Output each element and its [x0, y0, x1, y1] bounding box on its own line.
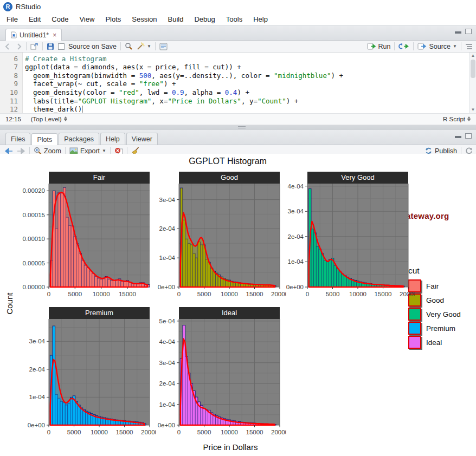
svg-text:20000: 20000 [141, 429, 156, 435]
svg-text:4e-04: 4e-04 [159, 338, 176, 345]
cursor-position: 12:15 [5, 116, 21, 122]
back-icon[interactable] [4, 43, 11, 50]
facet-ideal: Ideal050001000015000200000e+001e-042e-04… [155, 307, 286, 440]
svg-text:1e-04: 1e-04 [159, 255, 176, 261]
rerun-icon[interactable] [398, 43, 409, 50]
svg-text:5000: 5000 [197, 429, 211, 435]
svg-text:1e-04: 1e-04 [29, 394, 46, 400]
source-on-save-checkbox[interactable] [58, 43, 65, 50]
menu-debug[interactable]: Debug [189, 14, 220, 24]
minimize-pane-icon[interactable] [455, 29, 461, 34]
window-title: RStudio [16, 3, 41, 11]
plots-pane: FilesPlotsPackagesHelpViewer Zoom [0, 130, 476, 456]
run-icon [367, 43, 376, 50]
menu-help[interactable]: Help [248, 14, 273, 24]
pane-splitter[interactable] [0, 125, 476, 130]
code-tools-button[interactable]: ▼ [137, 42, 151, 50]
save-icon[interactable] [47, 43, 54, 50]
svg-text:5000: 5000 [68, 291, 82, 297]
facet-good: Good050001000015000200000e+001e-042e-043… [155, 172, 286, 302]
source-on-save-label: Source on Save [68, 43, 117, 50]
svg-text:2e-04: 2e-04 [159, 225, 176, 232]
rstudio-logo-icon: R [3, 2, 12, 11]
scrollbar-thumb[interactable] [471, 60, 475, 78]
tab-packages[interactable]: Packages [59, 133, 99, 145]
code-editor[interactable]: 56789101112 # Create a Histogramggplot(d… [0, 53, 476, 113]
menu-file[interactable]: File [1, 14, 23, 24]
maximize-pane-icon[interactable] [465, 29, 472, 34]
legend-item-premium: Premium [408, 322, 461, 335]
previous-plot-icon[interactable] [4, 148, 13, 154]
source-button[interactable]: Source ▼ [417, 43, 457, 50]
menu-session[interactable]: Session [126, 14, 162, 24]
scope-chooser-icon [64, 116, 67, 121]
chevron-down-icon: ▼ [453, 44, 457, 49]
editor-toolbar: Source on Save ▼ [0, 41, 476, 53]
forward-icon[interactable] [15, 43, 22, 50]
next-plot-icon[interactable] [17, 148, 25, 154]
svg-text:0e+00: 0e+00 [28, 422, 45, 428]
plot-canvas: GGPLOT Histogram ©tutorialgateway.org Pr… [0, 154, 476, 456]
maximize-pane-icon[interactable] [465, 133, 472, 139]
svg-text:0: 0 [306, 291, 309, 297]
svg-text:5000: 5000 [197, 291, 211, 297]
scope-selector[interactable]: (Top Level) [31, 116, 67, 122]
svg-text:10000: 10000 [349, 291, 366, 297]
scroll-down-icon[interactable]: ▼ [469, 107, 476, 113]
svg-text:0.00000: 0.00000 [22, 284, 45, 290]
editor-scrollbar[interactable]: ▲ ▼ [469, 53, 476, 113]
menu-tools[interactable]: Tools [221, 14, 248, 24]
splitter-grip-icon [238, 126, 246, 128]
document-outline-icon[interactable] [465, 43, 473, 50]
find-replace-icon[interactable] [125, 42, 133, 50]
chevron-down-icon: ▼ [102, 148, 106, 153]
menu-build[interactable]: Build [163, 14, 189, 24]
svg-text:Very Good: Very Good [341, 173, 374, 181]
close-tab-icon[interactable]: × [53, 31, 56, 39]
magic-wand-icon [137, 42, 145, 50]
y-axis-label: Count [5, 285, 14, 323]
chart-legend: cut FairGoodVery GoodPremiumIdeal [408, 266, 461, 350]
menu-plots[interactable]: Plots [100, 14, 126, 24]
facet-fair: Fair0500010000150000.000000.000050.00010… [18, 172, 156, 302]
svg-text:3e-04: 3e-04 [29, 338, 46, 344]
facet-premium: Premium050001000015000200000e+001e-042e-… [24, 307, 156, 440]
open-in-window-icon[interactable] [30, 43, 38, 50]
tab-viewer[interactable]: Viewer [126, 133, 158, 145]
svg-text:10000: 10000 [221, 429, 238, 435]
menu-code[interactable]: Code [46, 14, 74, 24]
editor-tabstrip: R Untitled1* × [0, 25, 476, 41]
svg-text:R: R [12, 34, 15, 37]
svg-text:0.00010: 0.00010 [22, 236, 45, 242]
svg-text:4e-04: 4e-04 [288, 183, 304, 190]
file-type-selector[interactable]: R Script [443, 116, 471, 122]
minimize-pane-icon[interactable] [455, 133, 461, 139]
menu-view[interactable]: View [74, 14, 100, 24]
tab-plots[interactable]: Plots [31, 133, 57, 145]
svg-text:10000: 10000 [221, 291, 238, 297]
tab-files[interactable]: Files [5, 133, 30, 145]
svg-text:15000: 15000 [246, 291, 263, 297]
rstudio-window: R RStudio FileEditCodeViewPlotsSessionBu… [0, 0, 476, 456]
file-type-chooser-icon [467, 116, 471, 121]
run-button[interactable]: Run [367, 43, 391, 50]
svg-text:5e-04: 5e-04 [159, 318, 176, 324]
svg-text:2e-04: 2e-04 [288, 233, 304, 240]
compile-report-icon[interactable] [159, 43, 168, 50]
svg-text:1e-04: 1e-04 [288, 258, 304, 265]
svg-text:2e-04: 2e-04 [29, 366, 46, 373]
legend-item-fair: Fair [408, 279, 461, 292]
chart-title: GGPLOT Histogram [65, 157, 390, 166]
legend-key-swatch [408, 322, 421, 335]
tab-help[interactable]: Help [100, 133, 125, 145]
scroll-up-icon[interactable]: ▲ [469, 53, 476, 59]
editor-gutter: 56789101112 [0, 53, 23, 113]
svg-text:Good: Good [221, 173, 238, 181]
svg-text:0: 0 [177, 291, 181, 297]
menu-edit[interactable]: Edit [23, 14, 46, 24]
x-axis-label: Price in Dollars [176, 442, 285, 452]
svg-text:Ideal: Ideal [222, 309, 237, 317]
tab-untitled1[interactable]: R Untitled1* × [5, 29, 62, 41]
svg-text:20000: 20000 [400, 291, 415, 297]
svg-text:0e+00: 0e+00 [158, 422, 175, 428]
